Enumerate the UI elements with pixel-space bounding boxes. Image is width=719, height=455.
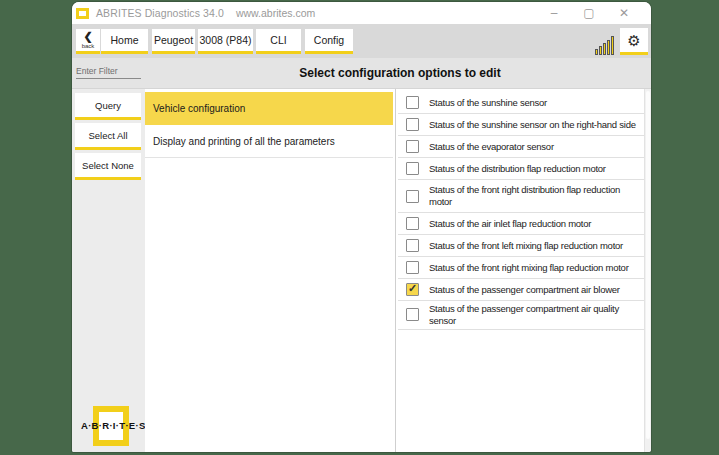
option-label: Status of the passenger compartment air … <box>429 303 642 327</box>
select-none-button[interactable]: Select None <box>75 153 141 180</box>
abrites-footer-logo: A·B·R·I·T·E·S <box>81 406 139 448</box>
option-label: Status of the air inlet flap reduction m… <box>429 218 591 230</box>
option-label: Status of the distribution flap reductio… <box>429 163 606 175</box>
checkbox[interactable] <box>406 261 419 274</box>
maximize-button[interactable]: ▢ <box>574 4 604 22</box>
header-bar: Select configuration options to edit <box>72 58 651 88</box>
settings-button[interactable]: ⚙ <box>620 28 648 55</box>
window-controls: – ▢ ✕ <box>534 4 639 22</box>
category-display-printing[interactable]: Display and printing of all the paramete… <box>145 125 393 158</box>
option-row[interactable]: Status of the distribution flap reductio… <box>398 158 644 180</box>
peugeot-button[interactable]: Peugeot <box>152 29 195 54</box>
checkbox[interactable] <box>406 118 419 131</box>
option-row[interactable]: Status of the sunshine sensor on the rig… <box>398 114 644 136</box>
select-all-button[interactable]: Select All <box>75 123 141 150</box>
checkbox[interactable] <box>406 308 419 321</box>
option-row[interactable]: Status of the sunshine sensor <box>398 92 644 114</box>
model-3008-p84-button[interactable]: 3008 (P84) <box>198 29 253 54</box>
option-row[interactable]: Status of the front right distribution f… <box>398 180 644 213</box>
back-button[interactable]: ❮ back <box>76 29 100 54</box>
vertical-scrollbar[interactable] <box>644 89 651 452</box>
option-row[interactable]: Status of the front left mixing flap red… <box>398 235 644 257</box>
chevron-left-icon: ❮ <box>83 31 92 42</box>
abrites-logo-icon <box>76 8 89 19</box>
option-label: Status of the front right distribution f… <box>429 184 629 208</box>
option-label: Status of the front right mixing flap re… <box>429 262 629 274</box>
page-title: Select configuration options to edit <box>299 66 500 80</box>
window-title: ABRITES Diagnostics 34.0 <box>96 7 224 19</box>
cli-button[interactable]: CLI <box>256 29 301 54</box>
options-panel: Status of the sunshine sensor Status of … <box>398 89 644 452</box>
checkbox[interactable] <box>406 217 419 230</box>
gear-icon: ⚙ <box>627 32 640 49</box>
back-label: back <box>82 43 95 49</box>
app-window: ABRITES Diagnostics 34.0 www.abrites.com… <box>72 2 651 452</box>
option-label: Status of the front left mixing flap red… <box>429 240 623 252</box>
option-row[interactable]: Status of the passenger compartment air … <box>398 279 644 301</box>
checkbox[interactable] <box>406 283 419 296</box>
signal-bars-icon <box>595 36 614 55</box>
option-row[interactable]: Status of the air inlet flap reduction m… <box>398 213 644 235</box>
title-bar: ABRITES Diagnostics 34.0 www.abrites.com… <box>72 2 651 24</box>
sidebar: Query Select All Select None A·B·R·I·T·E… <box>72 89 145 452</box>
option-label: Status of the passenger compartment air … <box>429 284 620 296</box>
filter-input[interactable] <box>76 63 141 79</box>
option-label: Status of the evaporator sensor <box>429 141 554 153</box>
category-label: Display and printing of all the paramete… <box>153 136 335 147</box>
toolbar: ❮ back Home Peugeot 3008 (P84) CLI Confi… <box>72 24 651 58</box>
option-row[interactable]: Status of the evaporator sensor <box>398 136 644 158</box>
window-title-url: www.abrites.com <box>236 7 315 19</box>
option-row[interactable]: Status of the front right mixing flap re… <box>398 257 644 279</box>
abrites-logo-text: A·B·R·I·T·E·S <box>81 420 139 431</box>
config-button[interactable]: Config <box>305 29 353 54</box>
checkbox[interactable] <box>406 140 419 153</box>
checkbox[interactable] <box>406 162 419 175</box>
option-label: Status of the sunshine sensor <box>429 97 547 109</box>
category-label: Vehicle configuration <box>153 103 245 114</box>
category-panel: Vehicle configuration Display and printi… <box>145 89 393 452</box>
minimize-button[interactable]: – <box>539 4 569 22</box>
category-vehicle-configuration[interactable]: Vehicle configuration <box>145 92 393 125</box>
checkbox[interactable] <box>406 190 419 203</box>
close-button[interactable]: ✕ <box>609 4 639 22</box>
scrollbar-thumb[interactable] <box>646 91 650 439</box>
home-button[interactable]: Home <box>101 29 148 54</box>
option-label: Status of the sunshine sensor on the rig… <box>429 119 636 131</box>
query-button[interactable]: Query <box>75 93 141 120</box>
checkbox[interactable] <box>406 96 419 109</box>
option-row[interactable]: Status of the passenger compartment air … <box>398 301 644 330</box>
checkbox[interactable] <box>406 239 419 252</box>
content-area: Query Select All Select None A·B·R·I·T·E… <box>72 88 651 452</box>
